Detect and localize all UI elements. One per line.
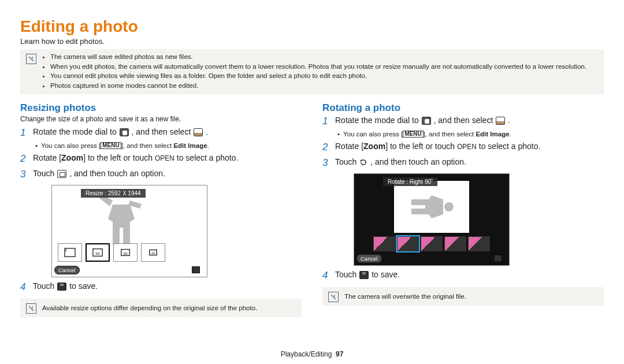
svg-text:1M: 1M — [151, 252, 155, 255]
resize-option — [58, 243, 82, 262]
text-fragment: Touch — [33, 169, 57, 178]
text-fragment: Rotate [ — [335, 142, 363, 151]
rotate-thumbnail-row — [373, 236, 490, 251]
text-fragment: , and then select — [132, 127, 194, 136]
screenshot-caption: Resize : 2592 X 1944 — [81, 189, 146, 198]
text-fragment: You can also press [ — [41, 142, 101, 149]
menu-button-icon: MENU — [101, 142, 121, 149]
step-number: 4 — [322, 269, 330, 283]
step-text: Rotate [Zoom] to the left or touch OPEN … — [33, 153, 238, 164]
page-subtitle: Learn how to edit photos. — [20, 37, 604, 46]
resize-note-box: Available resize options differ dependin… — [20, 299, 302, 317]
edit-image-icon — [194, 128, 203, 136]
note-item: You cannot edit photos while viewing fil… — [50, 72, 586, 81]
section-heading: Rotating a photo — [322, 102, 604, 114]
note-icon — [26, 54, 36, 64]
screenshot-caption: Rotate : Right 90˚ — [383, 177, 437, 186]
rotate-icon — [359, 158, 367, 166]
text-fragment: Touch — [33, 281, 57, 291]
text-fragment: to save. — [372, 270, 400, 279]
text-fragment: Touch — [335, 157, 359, 166]
step-1: 1 Rotate the mode dial to , and then sel… — [20, 127, 302, 140]
step-text: Rotate the mode dial to , and then selec… — [335, 115, 510, 126]
step-subnote: You can also press [MENU], and then sele… — [35, 142, 302, 149]
note-item: The camera will save edited photos as ne… — [50, 53, 586, 62]
mode-dial-icon — [120, 128, 129, 136]
text-fragment: Zoom — [363, 142, 385, 151]
rotate-section: Rotating a photo 1 Rotate the mode dial … — [322, 102, 604, 325]
note-icon — [26, 303, 36, 314]
rotate-note-box: The camera will overwrite the original f… — [322, 287, 604, 306]
step-3: 3 Touch , and then touch an option. — [20, 168, 302, 181]
step-number: 3 — [322, 157, 330, 170]
step-text: Touch , and then touch an option. — [33, 168, 165, 179]
step-text: Rotate the mode dial to , and then selec… — [33, 127, 208, 138]
step-2: 2 Rotate [Zoom] to the left or touch OPE… — [322, 141, 604, 154]
step-number: 1 — [322, 115, 330, 128]
note-item: Photos captured in some modes cannot be … — [50, 81, 586, 91]
note-item: When you edit photos, the camera will au… — [50, 62, 586, 72]
rotate-thumbnail-selected — [397, 236, 419, 251]
page-footer: Playback/Editing 97 — [0, 350, 624, 358]
resize-option-row: 5M 3M 1M — [58, 243, 165, 262]
section-intro: Change the size of a photo and save it a… — [20, 115, 302, 123]
resize-option-selected: 5M — [86, 243, 110, 262]
text-fragment: Touch — [335, 270, 359, 279]
text-fragment: . — [510, 131, 511, 138]
cancel-button: Cancel — [54, 266, 80, 274]
footer-page-number: 97 — [336, 350, 343, 358]
svg-point-9 — [444, 202, 454, 211]
step-number: 2 — [322, 141, 330, 154]
section-heading: Resizing photos — [20, 102, 302, 114]
text-fragment: OPEN — [457, 143, 477, 151]
text-fragment: Edit Image — [173, 142, 207, 149]
text-fragment: ], and then select — [424, 131, 476, 138]
top-note-box: The camera will save edited photos as ne… — [20, 49, 604, 94]
rotate-thumbnail — [421, 236, 443, 251]
rotate-thumbnail — [468, 236, 490, 251]
edit-image-icon — [496, 117, 505, 125]
menu-button-icon: MENU — [403, 131, 423, 138]
rotate-thumbnail — [444, 236, 466, 251]
step-number: 2 — [20, 153, 28, 166]
note-text: Available resize options differ dependin… — [42, 304, 296, 311]
mode-dial-icon — [422, 117, 431, 125]
rotate-screenshot: Rotate : Right 90˚ Cancel — [354, 173, 510, 266]
svg-text:5M: 5M — [95, 251, 100, 255]
step-text: Touch to save. — [335, 269, 400, 280]
resize-icon — [57, 170, 66, 178]
text-fragment: Rotate [ — [33, 153, 61, 162]
step-1: 1 Rotate the mode dial to , and then sel… — [322, 115, 604, 128]
step-2: 2 Rotate [Zoom] to the left or touch OPE… — [20, 153, 302, 166]
text-fragment: ] to the left or touch — [385, 142, 457, 151]
step-text: Rotate [Zoom] to the left or touch OPEN … — [335, 141, 540, 152]
step-3: 3 Touch , and then touch an option. — [322, 157, 604, 170]
step-4: 4 Touch to save. — [322, 269, 604, 283]
text-fragment: , and then touch an option. — [69, 169, 165, 178]
text-fragment: . — [508, 116, 510, 125]
top-note-list: The camera will save edited photos as ne… — [42, 53, 586, 91]
step-4: 4 Touch to save. — [20, 281, 302, 294]
text-fragment: Zoom — [61, 153, 83, 162]
rotate-thumbnail — [373, 236, 395, 251]
save-indicator-icon — [494, 255, 502, 262]
text-fragment: to select a photo. — [477, 142, 541, 151]
text-fragment: . — [206, 127, 208, 136]
text-fragment: to save. — [69, 281, 98, 291]
save-icon — [57, 283, 66, 291]
resize-option: 1M — [141, 243, 165, 262]
step-subnote: You can also press [MENU], and then sele… — [337, 131, 604, 138]
text-fragment: to select a photo. — [174, 153, 239, 162]
step-text: Touch , and then touch an option. — [335, 157, 466, 168]
step-number: 1 — [20, 127, 28, 140]
note-text: The camera will overwrite the original f… — [344, 293, 598, 300]
text-fragment: Rotate the mode dial to — [335, 116, 421, 125]
text-fragment: OPEN — [155, 154, 174, 162]
text-fragment: Rotate the mode dial to — [33, 127, 119, 136]
save-icon — [359, 271, 369, 279]
text-fragment: . — [207, 142, 209, 149]
footer-section: Playback/Editing — [281, 350, 332, 358]
text-fragment: , and then touch an option. — [370, 157, 466, 166]
resize-section: Resizing photos Change the size of a pho… — [20, 102, 302, 325]
text-fragment: ], and then select — [121, 142, 174, 149]
